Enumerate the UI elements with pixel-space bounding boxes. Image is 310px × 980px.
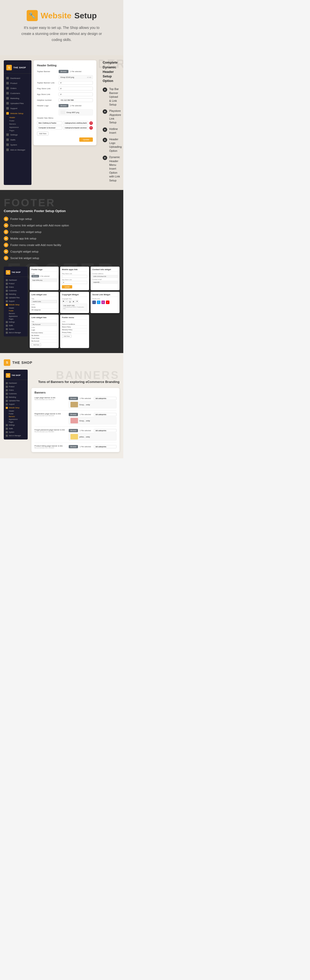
banner-label-3: Product listing page banner & link [35, 445, 67, 447]
fs-item-website[interactable]: Website Setup [4, 303, 28, 307]
nav-label-2[interactable] [37, 126, 62, 130]
bs-item-orders[interactable]: Orders [4, 388, 28, 392]
fs-item-settings[interactable]: Settings [4, 320, 28, 324]
hotline-input[interactable] [59, 98, 93, 102]
banner-input-2[interactable] [94, 429, 117, 432]
lw2-add-new-btn[interactable]: Add New [32, 343, 41, 346]
files-icon [6, 102, 9, 105]
bs-sub-pages[interactable]: Pages [4, 421, 28, 423]
underline-btn[interactable]: U [69, 300, 72, 303]
hero-section: 🔧 Website Setup It's super easy to set u… [0, 0, 123, 55]
appstore-input[interactable] [59, 92, 93, 96]
sidebar-item-system[interactable]: System [4, 142, 32, 147]
bs-item-product[interactable]: Product [4, 385, 28, 388]
sidebar-item-dashboard[interactable]: Dashboard [4, 76, 32, 81]
topbar-banner-browse[interactable]: Browse [59, 70, 69, 73]
settings-icon [6, 134, 9, 136]
fs-item-orders[interactable]: Orders [4, 285, 28, 289]
add-new-nav-btn[interactable]: Add New [37, 132, 49, 135]
banner-browse-1[interactable]: Browse [69, 413, 78, 416]
nav-label-1[interactable] [37, 121, 62, 125]
fs-sub-pages[interactable]: Pages [4, 318, 28, 320]
sidebar-label-marketing: Marketing [10, 97, 19, 100]
sidebar-sub-pages[interactable]: Pages [4, 129, 32, 132]
fs-item-product[interactable]: Product [4, 282, 28, 285]
sidebar-item-website-setup[interactable]: Website Setup [4, 111, 32, 116]
sidebar-item-addon[interactable]: Add-on Manager [4, 147, 32, 152]
fs-item-uploads[interactable]: Uploaded Files [4, 296, 28, 299]
sidebar-item-marketing[interactable]: Marketing [4, 96, 32, 101]
banner-input-3[interactable] [94, 445, 117, 448]
facebook-icon[interactable]: f [92, 301, 96, 304]
banner-browse-0[interactable]: Browse [69, 397, 78, 400]
fs-item-system[interactable]: System [4, 328, 28, 331]
fs-item-marketing[interactable]: Marketing [4, 293, 28, 296]
fs-item-support[interactable]: Support [4, 299, 28, 303]
banner-input-1[interactable] [94, 413, 117, 416]
logo-browse-btn[interactable]: Browse [59, 104, 69, 107]
website-setup-icon [6, 112, 9, 115]
banner-input-0[interactable] [94, 397, 117, 400]
twitter-icon[interactable]: t [97, 301, 101, 304]
nav-link-2[interactable] [63, 126, 88, 130]
bs-item-dashboard[interactable]: Dashboard [4, 382, 28, 385]
bs-sub-header[interactable]: Header [4, 410, 28, 412]
update-btn[interactable]: Update [79, 137, 93, 142]
sidebar-label-settings: Settings [10, 134, 18, 136]
fs-item-staffs[interactable]: Staffs [4, 324, 28, 328]
bs-item-addon[interactable]: Add-on Manager [4, 434, 28, 438]
fs-sub-footer[interactable]: Footer [4, 309, 28, 312]
bs-sub-footer[interactable]: Footer [4, 412, 28, 415]
fs-sub-header[interactable]: Header [4, 307, 28, 309]
topbar-link-input[interactable] [59, 81, 93, 85]
sidebar-item-support[interactable]: Support [4, 106, 32, 111]
copyright-text-area[interactable]: THE SHOP CMS © AccessZone 2023 | Tradema… [62, 304, 87, 310]
bs-item-support[interactable]: Support [4, 402, 28, 406]
sidebar-item-product[interactable]: Product [4, 81, 32, 86]
sidebar-item-customers[interactable]: Customers [4, 91, 32, 96]
bs-sub-appearance[interactable]: Appearance [4, 418, 28, 421]
fs-item-customers[interactable]: Customers [4, 289, 28, 293]
sidebar-item-settings[interactable]: Settings [4, 132, 32, 137]
appstore-input-f[interactable] [62, 281, 87, 284]
nav-link-1[interactable] [63, 121, 88, 125]
sidebar-item-staffs[interactable]: Staffs [4, 137, 32, 142]
fs-sub-appearance[interactable]: Appearance [4, 315, 28, 318]
youtube-icon[interactable]: y [106, 301, 109, 304]
bs-item-staffs[interactable]: Staffs [4, 427, 28, 430]
fm-add-new-btn[interactable]: Add New [62, 335, 72, 338]
bold-btn[interactable]: B [62, 300, 65, 303]
sidebar-item-orders[interactable]: Orders [4, 86, 32, 91]
italic-btn[interactable]: I [66, 300, 68, 303]
sidebar-item-uploaded-files[interactable]: Uploaded Files [4, 101, 32, 106]
bs-item-system[interactable]: System [4, 430, 28, 434]
bs-item-marketing[interactable]: Marketing [4, 396, 28, 399]
remove-nav-2[interactable]: × [89, 126, 93, 130]
banner-browse-3[interactable]: Browse [69, 445, 78, 448]
bs-sub-banners[interactable]: Banners [4, 415, 28, 418]
banner-browse-2[interactable]: Browse [69, 429, 78, 432]
sidebar-sub-banners[interactable]: Banners [4, 123, 32, 126]
playstore-input-f[interactable] [62, 275, 87, 278]
instagram-icon[interactable]: in [101, 301, 105, 304]
footer-feature-icon-4 [4, 243, 8, 247]
sidebar-sub-header[interactable]: Header [4, 116, 32, 119]
mobile-update-btn[interactable]: Update [62, 285, 72, 288]
fs-item-dashboard[interactable]: Dashboard [4, 278, 28, 282]
bs-item-customers[interactable]: Customers [4, 392, 28, 396]
strikethrough-btn[interactable]: S̶ [72, 300, 75, 303]
bs-item-website[interactable]: Website Setup [4, 406, 28, 410]
playstore-input[interactable] [59, 87, 93, 91]
sidebar-sub-footer[interactable]: Footer [4, 119, 32, 123]
fs-sub-banners[interactable]: Banners [4, 312, 28, 315]
bs-item-uploads[interactable]: Uploaded Files [4, 399, 28, 402]
font-size-btn[interactable]: A [75, 300, 78, 303]
banner-img-1 [70, 418, 78, 423]
sidebar-sub-appearance[interactable]: Appearance [4, 126, 32, 129]
remove-nav-1[interactable]: × [89, 121, 93, 125]
footer-logo-browse-btn[interactable]: Browse [32, 275, 39, 277]
bs-item-settings[interactable]: Settings [4, 423, 28, 427]
banner-file-selected-3: 1 File selected [80, 446, 91, 447]
lw1-title-val: Useful Links [32, 300, 57, 303]
fs-item-addon[interactable]: Add-on Manager [4, 331, 28, 334]
